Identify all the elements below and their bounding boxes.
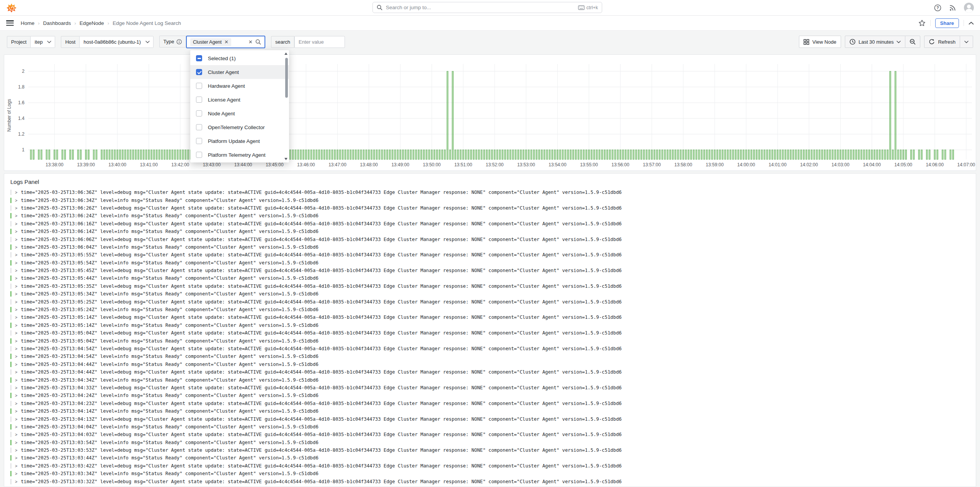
scrollbar-thumb[interactable] [285, 58, 288, 98]
expand-chevron-icon[interactable]: > [15, 323, 17, 328]
view-node-button[interactable]: View Node [799, 36, 841, 48]
log-row-debug[interactable]: >time="2025-03-25T13:03:42Z" level=debug… [4, 462, 976, 470]
breadcrumb-dashboards[interactable]: Dashboards [43, 20, 71, 26]
collapse-chevron-up-icon[interactable] [969, 21, 974, 25]
log-row-info[interactable]: >time="2025-03-25T13:06:24Z" level=info … [4, 212, 976, 220]
help-icon[interactable]: ? [934, 4, 941, 11]
log-row-debug[interactable]: >time="2025-03-25T13:04:03Z" level=debug… [4, 431, 976, 438]
type-option-selected-1-[interactable]: Selected (1) [190, 51, 289, 65]
breadcrumb-edgenode[interactable]: EdgeNode [80, 20, 104, 26]
log-row-debug[interactable]: >time="2025-03-25T13:05:55Z" level=debug… [4, 251, 976, 259]
project-select[interactable]: itep [31, 36, 55, 48]
log-row-info[interactable]: >time="2025-03-25T13:05:34Z" level=info … [4, 290, 976, 298]
log-row-info[interactable]: >time="2025-03-25T13:05:44Z" level=info … [4, 274, 976, 282]
log-row-info[interactable]: >time="2025-03-25T13:03:44Z" level=info … [4, 454, 976, 462]
log-row-debug[interactable]: >time="2025-03-25T13:05:35Z" level=debug… [4, 282, 976, 290]
log-row-debug[interactable]: >time="2025-03-25T13:04:54Z" level=debug… [4, 345, 976, 353]
log-row-info[interactable]: >time="2025-03-25T13:03:24Z" level=info … [4, 485, 976, 487]
log-row-debug[interactable]: >time="2025-03-25T13:04:44Z" level=debug… [4, 368, 976, 376]
time-range-button[interactable]: Last 30 minutes [845, 36, 906, 48]
log-row-debug[interactable]: >time="2025-03-25T13:06:36Z" level=debug… [4, 189, 976, 196]
type-multiselect-input[interactable]: Cluster Agent ✕ ✕ [186, 36, 265, 48]
expand-chevron-icon[interactable]: > [15, 385, 17, 390]
expand-chevron-icon[interactable]: > [15, 346, 17, 351]
expand-chevron-icon[interactable]: > [15, 245, 17, 249]
checkbox-unchecked[interactable] [196, 152, 202, 158]
expand-chevron-icon[interactable]: > [15, 253, 17, 257]
news-rss-icon[interactable] [949, 4, 956, 11]
expand-chevron-icon[interactable]: > [15, 456, 17, 460]
expand-chevron-icon[interactable]: > [15, 300, 17, 304]
expand-chevron-icon[interactable]: > [15, 331, 17, 335]
checkbox-unchecked[interactable] [196, 138, 202, 144]
expand-chevron-icon[interactable]: > [15, 401, 17, 406]
user-avatar[interactable] [964, 3, 974, 13]
expand-chevron-icon[interactable]: > [15, 261, 17, 265]
checkbox-unchecked[interactable] [196, 124, 202, 130]
checkbox-indeterminate[interactable] [196, 55, 202, 61]
scroll-up-arrow-icon[interactable] [284, 52, 287, 55]
expand-chevron-icon[interactable]: > [15, 354, 17, 359]
host-select[interactable]: host-0a86b86c (ubuntu-1) [80, 36, 154, 48]
logs-histogram[interactable]: 21.81.61.41.2113:38:0013:39:0013:40:0013… [4, 55, 976, 171]
log-row-debug[interactable]: >time="2025-03-25T13:05:25Z" level=debug… [4, 298, 976, 305]
type-option-platform-telemetry-agent[interactable]: Platform Telemetry Agent [190, 148, 289, 162]
log-row-info[interactable]: >time="2025-03-25T13:03:54Z" level=info … [4, 439, 976, 446]
expand-chevron-icon[interactable]: > [15, 292, 17, 296]
menu-hamburger-icon[interactable] [6, 20, 14, 26]
log-row-info[interactable]: >time="2025-03-25T13:05:24Z" level=info … [4, 306, 976, 313]
checkbox-unchecked[interactable] [196, 97, 202, 103]
zoom-out-button[interactable] [905, 36, 920, 48]
expand-chevron-icon[interactable]: > [15, 276, 17, 280]
expand-chevron-icon[interactable]: > [15, 464, 17, 468]
checkbox-checked[interactable] [196, 69, 202, 75]
log-row-info[interactable]: >time="2025-03-25T13:05:54Z" level=info … [4, 259, 976, 267]
log-row-info[interactable]: >time="2025-03-25T13:04:04Z" level=info … [4, 423, 976, 431]
expand-chevron-icon[interactable]: > [15, 479, 17, 484]
expand-chevron-icon[interactable]: > [15, 221, 17, 226]
scroll-down-arrow-icon[interactable] [284, 158, 287, 160]
log-row-info[interactable]: >time="2025-03-25T13:06:14Z" level=info … [4, 228, 976, 235]
clear-selection-icon[interactable]: ✕ [248, 39, 253, 44]
type-option-cluster-agent[interactable]: Cluster Agent [190, 65, 289, 79]
expand-chevron-icon[interactable]: > [15, 370, 17, 374]
expand-chevron-icon[interactable]: > [15, 206, 17, 210]
checkbox-unchecked[interactable] [196, 83, 202, 89]
log-row-debug[interactable]: >time="2025-03-25T13:03:32Z" level=debug… [4, 477, 976, 485]
log-row-info[interactable]: >time="2025-03-25T13:03:34Z" level=info … [4, 470, 976, 477]
type-option-node-agent[interactable]: Node Agent [190, 107, 289, 120]
remove-chip-icon[interactable]: ✕ [224, 39, 229, 44]
log-row-info[interactable]: >time="2025-03-25T13:04:24Z" level=info … [4, 392, 976, 399]
expand-chevron-icon[interactable]: > [15, 315, 17, 320]
log-row-debug[interactable]: >time="2025-03-25T13:05:14Z" level=debug… [4, 313, 976, 321]
log-row-info[interactable]: >time="2025-03-25T13:04:54Z" level=info … [4, 353, 976, 360]
log-row-debug[interactable]: >time="2025-03-25T13:05:04Z" level=debug… [4, 329, 976, 337]
type-option-platform-update-agent[interactable]: Platform Update Agent [190, 134, 289, 148]
refresh-interval-dropdown[interactable] [960, 36, 973, 48]
expand-chevron-icon[interactable]: > [15, 190, 17, 195]
refresh-button[interactable]: Refresh [924, 36, 960, 48]
log-row-info[interactable]: >time="2025-03-25T13:06:04Z" level=info … [4, 243, 976, 251]
type-option-hardware-agent[interactable]: Hardware Agent [190, 79, 289, 93]
expand-chevron-icon[interactable]: > [15, 425, 17, 429]
log-row-info[interactable]: >time="2025-03-25T13:05:04Z" level=info … [4, 337, 976, 344]
expand-chevron-icon[interactable]: > [15, 268, 17, 273]
log-row-info[interactable]: >time="2025-03-25T13:04:44Z" level=info … [4, 361, 976, 368]
log-row-debug[interactable]: >time="2025-03-25T13:04:33Z" level=debug… [4, 384, 976, 392]
expand-chevron-icon[interactable]: > [15, 198, 17, 203]
expand-chevron-icon[interactable]: > [15, 417, 17, 421]
log-row-info[interactable]: >time="2025-03-25T13:04:34Z" level=info … [4, 376, 976, 384]
log-row-info[interactable]: >time="2025-03-25T13:05:14Z" level=info … [4, 321, 976, 329]
log-row-debug[interactable]: >time="2025-03-25T13:04:23Z" level=debug… [4, 400, 976, 407]
share-button[interactable]: Share [935, 18, 959, 28]
expand-chevron-icon[interactable]: > [15, 213, 17, 218]
global-search-input[interactable]: Search or jump to... ctrl+k [372, 2, 602, 13]
expand-chevron-icon[interactable]: > [15, 409, 17, 413]
expand-chevron-icon[interactable]: > [15, 229, 17, 234]
type-option-opentelemetry-collector[interactable]: OpenTelemetry Collector [190, 120, 289, 134]
expand-chevron-icon[interactable]: > [15, 362, 17, 367]
expand-chevron-icon[interactable]: > [15, 440, 17, 445]
expand-chevron-icon[interactable]: > [15, 237, 17, 242]
value-search-input[interactable] [294, 36, 345, 48]
log-row-info[interactable]: >time="2025-03-25T13:04:14Z" level=info … [4, 407, 976, 415]
